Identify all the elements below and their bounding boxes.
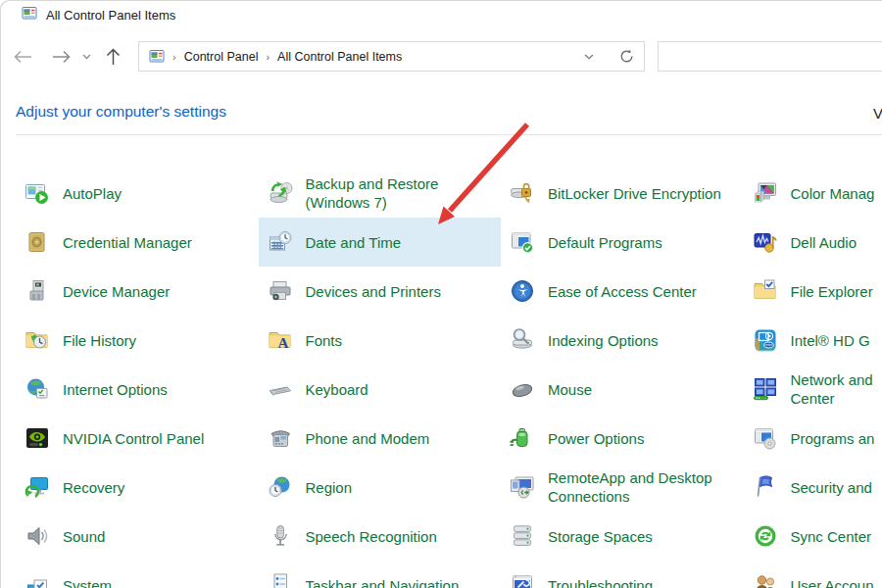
item-security-and[interactable]: Security and [744,463,882,512]
item-label: Troubleshooting [548,576,653,588]
remoteapp-icon [510,474,535,500]
item-label: Dell Audio [791,233,858,252]
item-programs-an[interactable]: Programs an [744,414,882,463]
up-button[interactable] [106,48,121,66]
item-label: Taskbar and Navigation [306,576,460,588]
system-icon [24,572,50,588]
item-label: Speech Recognition [306,527,437,546]
mouse-icon [510,376,535,402]
forward-arrow-icon [52,50,71,64]
recovery-icon [24,474,50,500]
bitlocker-icon [510,180,535,206]
item-label: Indexing Options [548,331,659,350]
item-label: Sync Center [791,527,872,546]
file-history-icon [24,327,50,353]
item-region[interactable]: Region [259,463,502,512]
refresh-button[interactable] [619,49,634,64]
item-label: Date and Time [306,233,402,252]
item-troubleshooting[interactable]: Troubleshooting [501,561,744,588]
page-title: Adjust your computer's settings [16,103,226,121]
item-sound[interactable]: Sound [16,512,259,561]
item-label: BitLocker Drive Encryption [548,184,721,203]
phone-modem-icon [268,425,293,451]
item-bitlocker-drive-encryption[interactable]: BitLocker Drive Encryption [501,169,744,218]
control-panel-window: All Control Panel Items › Control Panel … [0,0,882,588]
item-ease-of-access-center[interactable]: Ease of Access Center [501,267,744,316]
item-storage-spaces[interactable]: Storage Spaces [501,512,744,561]
item-file-history[interactable]: File History [16,316,259,365]
item-color-manag[interactable]: Color Manag [744,169,882,218]
item-label: Default Programs [548,233,662,252]
item-remoteapp-and-desktop-connections[interactable]: RemoteApp and Desktop Connections [501,463,744,512]
item-keyboard[interactable]: Keyboard [259,365,502,414]
breadcrumb-separator: › [172,51,176,63]
security-maintenance-icon [753,474,778,500]
item-label: Backup and Restore (Windows 7) [306,174,439,212]
item-credential-manager[interactable]: Credential Manager [16,218,259,267]
region-icon [268,474,293,500]
item-system[interactable]: System [16,561,259,588]
chevron-down-icon [584,54,594,60]
fonts-icon: A [268,327,293,353]
item-power-options[interactable]: Power Options [501,414,744,463]
item-sync-center[interactable]: Sync Center [744,512,882,561]
breadcrumb-all-control-panel-items[interactable]: All Control Panel Items [277,50,402,64]
item-devices-and-printers[interactable]: Devices and Printers [259,267,502,316]
header-divider [16,134,882,135]
title-bar: All Control Panel Items [0,0,882,29]
control-panel-icon [149,49,165,64]
autoplay-icon [24,180,50,206]
item-device-manager[interactable]: Device Manager [16,267,259,316]
item-file-explorer[interactable]: File Explorer [744,267,882,316]
item-label: Region [306,478,353,497]
credential-manager-icon [24,229,50,255]
svg-text:A: A [277,335,288,351]
storage-spaces-icon [510,523,535,549]
item-indexing-options[interactable]: Indexing Options [501,316,744,365]
item-label: Security and [791,478,872,497]
item-label: Mouse [548,380,592,399]
item-mouse[interactable]: Mouse [501,365,744,414]
item-label: Intel® HD G [791,331,870,350]
color-management-icon [753,180,778,206]
file-explorer-icon [753,278,778,304]
item-internet-options[interactable]: Internet Options [16,365,259,414]
item-label: File Explorer [791,282,873,301]
item-label: Credential Manager [63,233,192,252]
item-label: Phone and Modem [306,429,430,448]
chevron-down-icon [82,54,91,60]
item-label: Devices and Printers [306,282,441,301]
item-dell-audio[interactable]: Dell Audio [744,218,882,267]
devices-printers-icon [268,278,293,304]
item-date-and-time[interactable]: Date and Time [259,218,502,267]
item-label: User Accoun [791,576,874,588]
item-network-and-center[interactable]: Network and Center [744,365,882,414]
item-nvidia-control-panel[interactable]: NVIDIA Control Panel [16,414,259,463]
item-autoplay[interactable]: AutoPlay [16,169,259,218]
recent-pages-button[interactable] [82,54,91,60]
item-backup-and-restore-windows-7[interactable]: Backup and Restore (Windows 7) [259,169,502,218]
view-by-label: V [873,105,882,122]
dell-audio-icon [753,229,778,255]
backup-restore-icon [268,180,293,206]
sync-center-icon [753,523,778,549]
up-arrow-icon [106,48,121,66]
item-taskbar-and-navigation[interactable]: Taskbar and Navigation [259,561,502,588]
item-label: Device Manager [63,282,170,301]
item-phone-and-modem[interactable]: Phone and Modem [259,414,502,463]
back-button[interactable] [14,50,32,64]
item-label: Recovery [63,478,124,497]
keyboard-icon [268,376,293,402]
user-accounts-icon [753,572,778,588]
search-input[interactable] [658,41,882,72]
address-dropdown-button[interactable] [584,54,594,60]
item-user-accoun[interactable]: User Accoun [744,561,882,588]
item-recovery[interactable]: Recovery [16,463,259,512]
address-bar[interactable]: › Control Panel › All Control Panel Item… [138,41,645,72]
item-speech-recognition[interactable]: Speech Recognition [259,512,502,561]
item-default-programs[interactable]: Default Programs [501,218,744,267]
forward-button[interactable] [52,50,71,64]
item-fonts[interactable]: AFonts [259,316,502,365]
item-intel-hd-g[interactable]: intelIntel® HD G [744,316,882,365]
breadcrumb-control-panel[interactable]: Control Panel [184,50,259,64]
